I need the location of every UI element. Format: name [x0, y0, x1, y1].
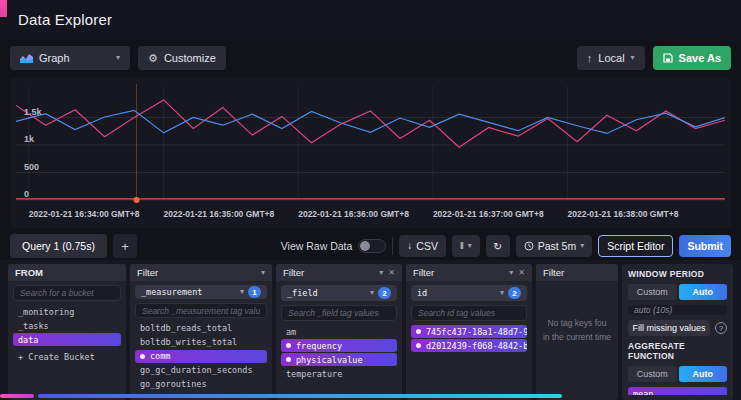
- chevron-down-icon: ▾: [580, 242, 584, 250]
- horizontal-scrollbar-thumb[interactable]: [0, 394, 34, 398]
- aggregate-auto-button[interactable]: Auto: [679, 366, 728, 382]
- value-item-selected[interactable]: frequency: [281, 339, 397, 352]
- x-axis-label: 2022-01-21 16:35:00 GMT+8: [163, 209, 274, 219]
- clock-icon: [524, 241, 534, 251]
- submit-button[interactable]: Submit: [679, 235, 731, 257]
- refresh-icon: ↻: [493, 240, 502, 252]
- customize-button[interactable]: ⚙ Customize: [138, 46, 226, 70]
- tag-key-label: id: [417, 288, 427, 298]
- chevron-down-icon: ▾: [500, 289, 504, 297]
- selected-dot-icon: [286, 357, 291, 362]
- selected-dot-icon: [286, 343, 291, 348]
- fill-missing-values-toggle[interactable]: Fill missing values: [628, 320, 710, 336]
- x-axis: 2022-01-21 16:34:00 GMT+82022-01-21 16:3…: [16, 209, 725, 221]
- value-item-selected[interactable]: 745fc437-18a1-48d7-98a6-7…: [411, 325, 527, 338]
- value-label: go_goroutines: [140, 379, 207, 389]
- help-icon[interactable]: ?: [715, 322, 727, 334]
- value-item-selected[interactable]: mean: [628, 387, 727, 395]
- add-query-button[interactable]: +: [113, 234, 137, 258]
- window-auto-button[interactable]: Auto: [679, 284, 728, 300]
- chart-plot-area[interactable]: 05001k1.5k: [16, 84, 725, 208]
- close-icon[interactable]: ✕: [518, 268, 525, 277]
- window-period-label: WINDOW PERIOD: [628, 269, 727, 279]
- tag-key-dropdown[interactable]: id ▾ 2: [411, 285, 527, 301]
- query-tab-label: Query 1 (0.75s): [22, 240, 95, 252]
- chart-panel: 05001k1.5k 2022-01-21 16:34:00 GMT+82022…: [10, 78, 731, 228]
- filter-title: Filter: [137, 267, 158, 278]
- save-icon: [663, 53, 673, 63]
- pause-button[interactable]: ‖ ▾: [452, 235, 480, 257]
- up-arrow-icon: ↑: [587, 53, 593, 64]
- view-raw-data-toggle[interactable]: [358, 239, 386, 253]
- value-item[interactable]: boltdb_reads_total: [135, 322, 267, 335]
- horizontal-scrollbar-thumb[interactable]: [38, 394, 562, 398]
- csv-download-button[interactable]: ↓ CSV: [399, 235, 446, 257]
- value-label: boltdb_writes_total: [140, 337, 237, 347]
- value-item[interactable]: boltdb_writes_total: [135, 336, 267, 349]
- value-label: frequency: [296, 341, 342, 351]
- selected-dot-icon: [416, 343, 421, 348]
- aggregate-segmented: Custom Auto: [628, 366, 727, 382]
- divider: [392, 237, 393, 255]
- chevron-down-icon[interactable]: ▾: [379, 268, 383, 277]
- value-label: temperature: [286, 369, 342, 379]
- value-item[interactable]: _tasks: [13, 319, 121, 332]
- value-label: _tasks: [18, 321, 49, 331]
- refresh-button[interactable]: ↻: [486, 235, 510, 257]
- chevron-down-icon[interactable]: ▾: [261, 268, 265, 277]
- save-as-button[interactable]: Save As: [653, 46, 731, 70]
- selected-dot-icon: [140, 354, 145, 359]
- view-type-label: Graph: [39, 52, 70, 64]
- timezone-dropdown[interactable]: ↑ Local ▾: [577, 46, 645, 70]
- chevron-down-icon[interactable]: ▾: [509, 268, 513, 277]
- from-column-header: FROM: [8, 264, 126, 281]
- filter-title: Filter: [543, 267, 564, 278]
- toggle-knob: [360, 241, 370, 251]
- create-bucket-button[interactable]: + Create Bucket: [13, 350, 121, 363]
- value-item-selected[interactable]: d2012439-f068-4842-bfef-8…: [411, 339, 527, 352]
- value-item[interactable]: go_goroutines: [135, 378, 267, 391]
- selected-dot-icon: [416, 329, 421, 334]
- script-editor-button[interactable]: Script Editor: [598, 235, 673, 257]
- toolbar: Graph ▾ ⚙ Customize ↑ Local ▾ Save As: [10, 46, 731, 70]
- filter-title: Filter: [413, 267, 434, 278]
- download-icon: ↓: [407, 241, 412, 251]
- tag-value-search-input[interactable]: [281, 305, 397, 321]
- value-item-selected[interactable]: physicalvalue: [281, 353, 397, 366]
- tag-value-search-input[interactable]: [135, 303, 267, 318]
- value-label: d2012439-f068-4842-bfef-8…: [426, 341, 527, 351]
- value-item[interactable]: go_gc_duration_seconds: [135, 364, 267, 377]
- pause-icon: ‖: [460, 241, 464, 251]
- value-item[interactable]: _monitoring: [13, 305, 121, 318]
- save-as-label: Save As: [679, 52, 721, 64]
- filter-column-header: Filter: [536, 264, 618, 281]
- x-axis-label: 2022-01-21 16:37:00 GMT+8: [433, 209, 544, 219]
- tag-value-search-input[interactable]: [411, 305, 527, 321]
- query-tab[interactable]: Query 1 (0.75s): [10, 234, 107, 258]
- bucket-search-input[interactable]: [13, 285, 121, 301]
- view-type-dropdown[interactable]: Graph ▾: [10, 46, 130, 70]
- filter-column-measurement: Filter ▾ _measurement ▾ 1 boltdb_reads_t…: [130, 264, 272, 400]
- window-period-segmented: Custom Auto: [628, 284, 727, 300]
- from-column: FROM _monitoring_tasksdata + Create Buck…: [8, 264, 126, 400]
- value-item-selected[interactable]: comm: [135, 350, 267, 363]
- selected-count-badge: 2: [378, 287, 391, 299]
- value-label: mean: [633, 389, 653, 396]
- value-item[interactable]: temperature: [281, 367, 397, 380]
- value-item[interactable]: am: [281, 325, 397, 338]
- tag-key-dropdown[interactable]: _measurement ▾ 1: [135, 285, 267, 299]
- time-range-dropdown[interactable]: Past 5m ▾: [516, 235, 593, 257]
- chevron-down-icon: ▾: [116, 54, 120, 62]
- window-custom-button[interactable]: Custom: [628, 284, 677, 300]
- value-item-selected[interactable]: data: [13, 333, 121, 346]
- filter-column-empty: Filter No tag keys fou in the current ti…: [536, 264, 618, 400]
- close-icon[interactable]: ✕: [388, 268, 395, 277]
- customize-label: Customize: [164, 52, 216, 64]
- tag-key-dropdown[interactable]: _field ▾ 2: [281, 285, 397, 301]
- aggregate-custom-button[interactable]: Custom: [628, 366, 677, 382]
- nav-accent: [0, 0, 7, 17]
- x-axis-label: 2022-01-21 16:38:00 GMT+8: [568, 209, 679, 219]
- tag-key-label: _measurement: [141, 287, 202, 297]
- filter-column-header: Filter ▾: [130, 264, 272, 281]
- line-chart: [16, 84, 725, 208]
